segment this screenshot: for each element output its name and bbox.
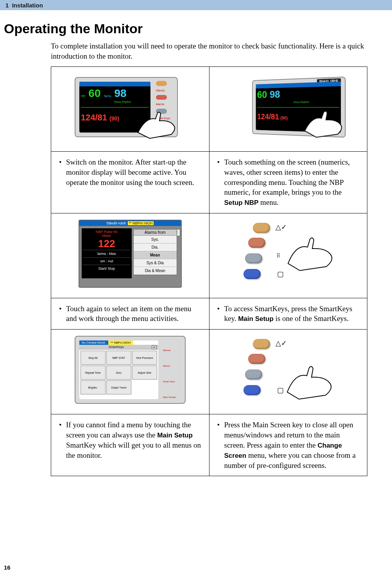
symbol-alarm-ack: △✓ (276, 339, 287, 348)
document-page: 1 Installation Operating the Monitor To … (0, 0, 392, 577)
alarms-key-icon (248, 238, 265, 248)
chapter-title: Installation (12, 2, 43, 9)
close-icon: × (152, 345, 157, 349)
smartkeys-key-icon (163, 371, 173, 376)
silence-key-icon (253, 339, 270, 349)
cell-text: Touch again to select an item on the men… (51, 298, 209, 330)
alarms-key-icon (163, 355, 173, 361)
pointing-hand-icon (303, 105, 349, 141)
bullet-text: To access SmartKeys, press the SmartKeys… (216, 304, 362, 324)
smartkeys-key-icon (245, 253, 262, 263)
bullet-text: Switch on the monitor. After start-up th… (57, 157, 204, 187)
pointing-hand-icon (280, 356, 339, 403)
figure-mainscreen-button: △✓ ▢ (209, 330, 367, 414)
figure-smartkeys-button: △✓ ⠿ ▢ (209, 213, 367, 298)
pointing-hand-icon (280, 228, 339, 275)
bullet-text: Touch something on the screen (numerics,… (216, 157, 362, 208)
page-number: 16 (4, 564, 11, 571)
alarms-key-icon (248, 354, 265, 364)
cell-text: Press the Main Screen key to close all o… (209, 414, 367, 476)
cell-text: To access SmartKeys, press the SmartKeys… (209, 298, 367, 330)
bullet-text: Touch again to select an item on the men… (57, 304, 204, 324)
running-header: 1 Installation (0, 0, 392, 10)
mainscreen-key-icon (243, 269, 261, 279)
figure-smartkeys-window: No Central Monit. ** NBPs HIGH SmartKeys… (51, 330, 209, 414)
section-heading: Operating the Monitor (4, 21, 392, 36)
silence-key-icon (163, 340, 173, 345)
silence-key-icon (253, 223, 270, 233)
mainscreen-key-icon (243, 385, 261, 395)
cell-text: Touch something on the screen (numerics,… (209, 152, 367, 213)
chapter-number: 1 (5, 2, 9, 9)
bullet-text: Press the Main Screen key to close all o… (216, 420, 362, 470)
pointing-hand-icon (134, 105, 181, 140)
figure-menu-selection: SBed9 Adult ** NBPm HIGH NBP Pulse 60 Me… (51, 213, 209, 298)
smartkeys-key-icon (245, 369, 262, 380)
bullet-text: If you cannot find a menu by touching th… (57, 420, 204, 460)
figure-monitor-angled: PHILIPS 60 98 Sinus Rhythm 124/81 (209, 67, 367, 152)
figure-monitor-touch: HR 60 SpO₂ 98 Sinus Rhythm 124/81 (90) (51, 67, 209, 152)
cell-text: If you cannot find a menu by touching th… (51, 414, 209, 476)
intro-paragraph: To complete installation you will need t… (51, 41, 369, 61)
mainscreen-key-icon (163, 387, 173, 392)
cell-text: Switch on the monitor. After start-up th… (51, 152, 209, 213)
instruction-table: HR 60 SpO₂ 98 Sinus Rhythm 124/81 (90) (51, 66, 367, 476)
